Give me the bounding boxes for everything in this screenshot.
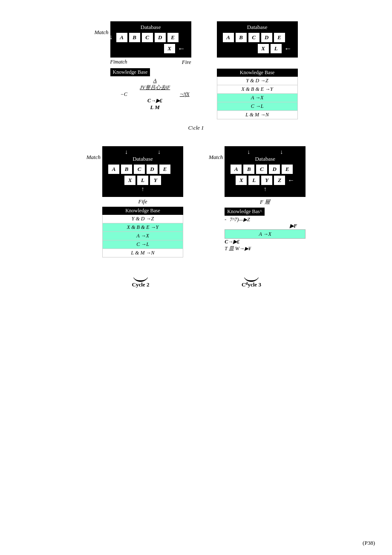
cycle2-left-match: Match	[86, 146, 101, 161]
cycle1-left-db-row1: A B C D E	[114, 33, 188, 42]
cycle3-right-match: Match	[209, 146, 223, 161]
cycle2-up-arrow: ↑	[106, 186, 180, 193]
cycle3-line-tw: T 皿 W→▶¥	[225, 245, 306, 252]
db-c2-A: A	[108, 165, 119, 174]
cycle3-extra: -	[225, 217, 226, 223]
cycle3-line-7: 7^7)—▶Z	[230, 217, 250, 223]
cycle3-db-row1: A B C D E	[228, 165, 302, 174]
db-c3-A: A	[231, 165, 242, 174]
cycle2-top-arrows: ↓ ↓	[106, 149, 180, 156]
db-c2-Y: Y	[150, 176, 161, 185]
arrow-down2: ↓	[158, 149, 161, 156]
cycle1-right-db-row2: X L ←	[220, 44, 294, 53]
c3-arrow-down1: ↓	[247, 149, 250, 156]
cycle3-up-arrow: ↑	[228, 186, 302, 193]
cycle3-db-row2: X L Y Z ←	[228, 176, 302, 185]
page-number: (P38)	[363, 540, 375, 546]
db-cell-E: E	[167, 33, 179, 42]
kb-line-lm: L M	[119, 104, 191, 111]
db-cell-D2: D	[261, 33, 272, 42]
cycle3-brace-icon: ⏝	[215, 266, 288, 280]
kb-line-nfx: ¬!fX	[180, 91, 190, 98]
cycle2-kb-lmn: L & M →N	[102, 249, 183, 257]
cycle1-left-outer: Match ↓ Database A B C D E	[94, 21, 191, 111]
cycle2-kb: Knowledge Base Y & D →Z X & B & E →Y A →…	[102, 207, 183, 257]
cycle3-kb: Knowledge Bas^ - 7^7)—▶Z ▶F A →X C→▶£ T …	[225, 208, 306, 252]
cycle2-db-title: Database	[106, 156, 180, 162]
cycle1-pair-row: Match ↓ Database A B C D E	[17, 21, 375, 119]
cycle3-right-outer: Match ↓ ↓ Database A B C	[209, 146, 306, 252]
kb-row-cl: C →L	[217, 102, 298, 111]
cycle1-left-db-row2: X ←	[114, 44, 188, 53]
kb-neg-c: −C	[121, 91, 127, 98]
braces-row: ⏝ Cycle 2 ⏝ Cᵈycle 3	[17, 266, 375, 288]
cycle2-brace-label: Cycle 2	[132, 281, 150, 288]
right-arrow-icon: ←	[178, 44, 185, 53]
cycle3-line-f: ▶F	[225, 223, 306, 229]
cycle1-left-labels: Fïmatch Fire	[110, 59, 191, 66]
kb-row-lmn: L & M →N	[217, 111, 298, 119]
cycle1-left-kb-body: A JV誉吕心去iF −C ¬!fX C→▶£ L M	[110, 77, 191, 111]
kb-line-jv: JV誉吕心去iF	[119, 84, 191, 91]
cycle1-left-kb-title: Knowledge Base	[110, 68, 150, 76]
cycle1-left-db-title: Database	[114, 24, 188, 31]
cycle3-labels: F 屉	[225, 198, 306, 206]
db-c2-E: E	[159, 165, 170, 174]
cycle2-kb-xbey: X & B & E →Y	[102, 223, 183, 232]
db-c3-X: X	[236, 176, 247, 185]
cycle3-db-title: Database	[228, 156, 302, 162]
cycle1-right-db-title: Database	[220, 24, 294, 31]
cycle1-right-kb-title: Knowledge Base	[217, 69, 298, 77]
all-content: Match ↓ Database A B C D E	[17, 21, 375, 288]
section-gap	[17, 131, 375, 146]
cycle1-inner-match: Fïmatch	[110, 59, 127, 66]
cycle2-brace-icon: ⏝	[104, 266, 177, 280]
db-c3-D: D	[269, 165, 280, 174]
cycle1-right-group: Database A B C D E X L ←	[217, 21, 298, 119]
cycle1-left-group: ↓ Database A B C D E X ←	[110, 21, 191, 111]
db-c3-B: B	[243, 165, 254, 174]
db-c3-Y: Y	[261, 176, 272, 185]
kb-row-ydz: Y & D →Z	[217, 77, 298, 85]
cycle3-top-arrows: ↓ ↓	[228, 149, 302, 156]
cycle3-fire-label: F 屉	[260, 198, 270, 206]
db-cell-A2: A	[223, 33, 234, 42]
cycle1-right-db: Database A B C D E X L ←	[217, 21, 298, 58]
kb-line-A: A	[119, 77, 191, 84]
cycle2-kb-ydz: Y & D →Z	[102, 215, 183, 223]
cycle3-kb-ax: A →X	[225, 229, 306, 239]
cycle1-left-match-label: Match	[94, 21, 108, 36]
db-c2-B: B	[121, 165, 132, 174]
cycle2-fire-label: Fife	[138, 198, 147, 205]
c3-right-arrow: ←	[288, 176, 294, 184]
cycle2-kb-cl: C →L	[102, 240, 183, 249]
page-container: Match ↓ Database A B C D E	[0, 0, 392, 555]
cycle1-left-kb: Knowledge Base A JV誉吕心去iF −C ¬!fX C→▶£ L…	[110, 68, 191, 111]
db-cell-X: X	[164, 44, 175, 53]
cycle2-diag-group: ↓ ↓ Database A B C D E X	[102, 146, 183, 257]
db-cell-D: D	[155, 33, 166, 42]
db-left-arrow: ↓	[110, 33, 113, 41]
db-cell-C2: C	[248, 33, 259, 42]
cycle1-right-db-row1: A B C D E	[220, 33, 294, 42]
right-arrow2-icon: ←	[284, 44, 292, 53]
db-cell-L: L	[271, 44, 282, 53]
kb-line-c-row: −C ¬!fX	[119, 91, 191, 98]
cycle3-brace-group: ⏝ Cᵈycle 3	[209, 266, 294, 288]
cycle23-pair-row: Match ↓ ↓ Database A B C	[17, 146, 375, 257]
kb-line-cf: C→▶£	[119, 98, 191, 104]
cycle1-label: C\cle 1	[17, 124, 375, 131]
cycle2-kb-title: Knowledge Base	[102, 207, 183, 215]
cycle2-kb-ax: A →X	[102, 232, 183, 240]
cycle2-db-row2: X L Y	[106, 176, 180, 185]
db-c2-X: X	[124, 176, 135, 185]
db-c3-L: L	[248, 176, 259, 185]
db-cell-E2: E	[274, 33, 285, 42]
cycle3-line-cf: C→▶£	[225, 239, 306, 245]
kb-row-xbey: X & B & E →Y	[217, 85, 298, 94]
db-c2-L: L	[137, 176, 148, 185]
db-c3-E: E	[282, 165, 293, 174]
kb-row-ax: A →X	[217, 94, 298, 102]
cycle1-left-db: ↓ Database A B C D E X ←	[110, 21, 191, 58]
cycle3-kb-header-row: Knowledge Bas^	[225, 208, 306, 217]
